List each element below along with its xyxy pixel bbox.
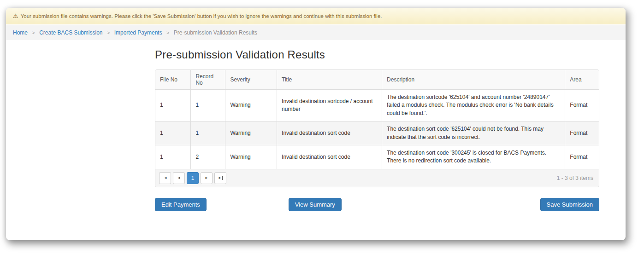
page-1-button[interactable]: 1 xyxy=(187,172,199,184)
warning-banner: ⚠ Your submission file contains warnings… xyxy=(6,8,626,24)
edit-payments-button[interactable]: Edit Payments xyxy=(155,198,207,211)
table-row[interactable]: 1 2 Warning Invalid destination sort cod… xyxy=(155,145,599,169)
action-buttons-row: Edit Payments View Summary Save Submissi… xyxy=(155,198,599,211)
cell-description: The destination sort code '300245' is cl… xyxy=(382,145,565,169)
table-header-row: File No Record No Severity Title Descrip… xyxy=(155,70,599,90)
cell-area: Format xyxy=(565,121,599,145)
breadcrumb-imported-payments-link[interactable]: Imported Payments xyxy=(114,29,162,36)
next-page-icon: ► xyxy=(205,173,208,184)
previous-page-icon: ◄ xyxy=(177,173,181,184)
breadcrumb-separator: > xyxy=(107,30,110,35)
last-page-button[interactable]: ► xyxy=(214,172,226,184)
cell-area: Format xyxy=(565,90,599,121)
breadcrumb-current-page: Pre-submission Validation Results xyxy=(174,29,257,36)
cell-severity: Warning xyxy=(225,90,277,121)
breadcrumb-create-bacs-submission-link[interactable]: Create BACS Submission xyxy=(39,29,102,36)
cell-severity: Warning xyxy=(225,145,277,169)
table-row[interactable]: 1 1 Warning Invalid destination sort cod… xyxy=(155,121,599,145)
last-page-icon: ► xyxy=(218,173,222,184)
cell-file-no: 1 xyxy=(155,121,191,145)
column-header-file-no: File No xyxy=(155,70,191,90)
view-summary-button[interactable]: View Summary xyxy=(289,198,342,211)
previous-page-button[interactable]: ◄ xyxy=(173,172,185,184)
column-header-description: Description xyxy=(382,70,565,90)
next-page-button[interactable]: ► xyxy=(201,172,213,184)
last-page-bar-icon xyxy=(222,176,223,180)
column-header-title: Title xyxy=(277,70,382,90)
cell-severity: Warning xyxy=(225,121,277,145)
breadcrumb: Home > Create BACS Submission > Imported… xyxy=(6,25,626,40)
breadcrumb-separator: > xyxy=(32,30,35,35)
first-page-button[interactable]: ◄ xyxy=(159,172,171,184)
cell-record-no: 1 xyxy=(191,90,225,121)
first-page-bar-icon xyxy=(163,176,163,180)
main-content: Pre-submission Validation Results File N… xyxy=(6,40,626,211)
cell-description: The destination sort code '625104' could… xyxy=(382,121,565,145)
column-header-severity: Severity xyxy=(225,70,277,90)
cell-description: The destination sortcode '625104' and ac… xyxy=(382,90,565,121)
cell-title: Invalid destination sort code xyxy=(277,121,382,145)
cell-record-no: 2 xyxy=(191,145,225,169)
cell-file-no: 1 xyxy=(155,145,191,169)
first-page-icon: ◄ xyxy=(164,173,167,184)
column-header-record-no: Record No xyxy=(191,70,225,90)
save-submission-button[interactable]: Save Submission xyxy=(540,198,599,211)
column-header-area: Area xyxy=(565,70,599,90)
pager-item-count: 1 - 3 of 3 items xyxy=(557,175,595,181)
breadcrumb-home-link[interactable]: Home xyxy=(13,29,28,36)
breadcrumb-separator: > xyxy=(166,30,169,35)
cell-record-no: 1 xyxy=(191,121,225,145)
cell-file-no: 1 xyxy=(155,90,191,121)
table-row[interactable]: 1 1 Warning Invalid destination sortcode… xyxy=(155,90,599,121)
validation-results-table: File No Record No Severity Title Descrip… xyxy=(155,70,599,169)
cell-title: Invalid destination sortcode / account n… xyxy=(277,90,382,121)
warning-triangle-icon: ⚠ xyxy=(13,13,18,19)
cell-title: Invalid destination sort code xyxy=(277,145,382,169)
warning-banner-text: Your submission file contains warnings. … xyxy=(21,13,382,19)
application-window: ⚠ Your submission file contains warnings… xyxy=(6,8,626,240)
validation-results-grid: File No Record No Severity Title Descrip… xyxy=(155,69,599,187)
grid-pager: ◄ ◄ 1 ► ► 1 - 3 of 3 items xyxy=(155,169,599,187)
page-title: Pre-submission Validation Results xyxy=(155,48,599,61)
cell-area: Format xyxy=(565,145,599,169)
